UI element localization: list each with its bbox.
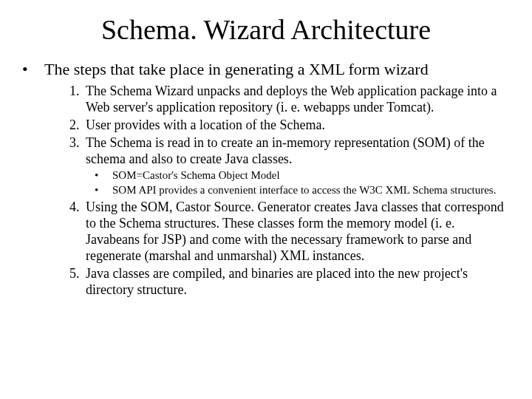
- step-4-text: Using the SOM, Castor Source. Generator …: [86, 200, 504, 263]
- step-1: The Schema Wizard unpacks and deploys th…: [83, 83, 510, 115]
- step-3: The Schema is read in to create an in-me…: [83, 134, 510, 197]
- step-2-text: User provides with a location of the Sch…: [86, 117, 325, 132]
- step-4: Using the SOM, Castor Source. Generator …: [83, 199, 510, 264]
- step-3-sub-2: SOM API provides a convenient interface …: [95, 183, 510, 197]
- intro-bullet-icon: •: [22, 59, 44, 80]
- step-3-sub-1: SOM=Castor's Schema Object Model: [95, 168, 510, 183]
- slide: Schema. Wizard Architecture • The steps …: [0, 0, 532, 399]
- step-2: User provides with a location of the Sch…: [83, 117, 510, 133]
- step-3-sub-2-text: SOM API provides a convenient interface …: [112, 184, 496, 196]
- step-5: Java classes are compiled, and binaries …: [83, 265, 510, 298]
- step-5-text: Java classes are compiled, and binaries …: [86, 266, 468, 297]
- slide-title: Schema. Wizard Architecture: [22, 13, 510, 46]
- step-3-text: The Schema is read in to create an in-me…: [86, 135, 485, 166]
- intro-row: • The steps that take place in generatin…: [22, 59, 510, 80]
- intro-text: The steps that take place in generating …: [44, 59, 429, 80]
- steps-list: The Schema Wizard unpacks and deploys th…: [22, 83, 510, 298]
- step-3-sub-1-text: SOM=Castor's Schema Object Model: [112, 169, 280, 181]
- step-3-sublist: SOM=Castor's Schema Object Model SOM API…: [86, 168, 510, 197]
- step-1-text: The Schema Wizard unpacks and deploys th…: [86, 83, 497, 115]
